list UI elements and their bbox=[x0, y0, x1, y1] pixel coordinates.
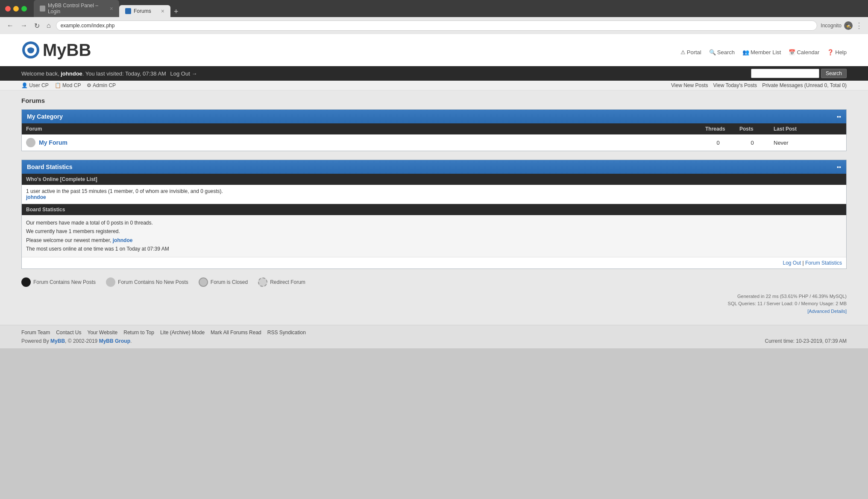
forum-table: Forum Threads Posts Last Post My Forum bbox=[22, 123, 846, 151]
welcome-bar: Welcome back, johndoe. You last visited:… bbox=[0, 66, 868, 81]
powered-by-group[interactable]: MyBB Group bbox=[99, 338, 130, 344]
powered-by-period: . bbox=[130, 338, 132, 344]
nav-help[interactable]: ❓ Help bbox=[827, 49, 847, 55]
home-button[interactable]: ⌂ bbox=[45, 21, 53, 30]
powered-by-pre: Powered By bbox=[21, 338, 50, 344]
powered-by-name[interactable]: MyBB bbox=[50, 338, 65, 344]
browser-tab-1[interactable]: MyBB Control Panel – Login × bbox=[34, 0, 119, 17]
my-category-header: My Category ▪▪ bbox=[22, 110, 846, 123]
minimize-window-button[interactable] bbox=[13, 6, 19, 12]
view-todays-posts-link[interactable]: View Today's Posts bbox=[713, 82, 757, 88]
incognito-area: Incognito 🕵 ⋮ bbox=[821, 21, 863, 30]
browser-window-controls bbox=[5, 6, 27, 12]
view-new-posts-link[interactable]: View New Posts bbox=[671, 82, 708, 88]
col-header-forum: Forum bbox=[22, 123, 701, 134]
tab-close-1[interactable]: × bbox=[110, 5, 113, 12]
maximize-window-button[interactable] bbox=[21, 6, 27, 12]
help-icon: ❓ bbox=[827, 49, 834, 55]
nav-search[interactable]: 🔍 Search bbox=[709, 49, 735, 55]
welcome-text: Welcome back, bbox=[21, 70, 61, 77]
forum-posts-cell: 0 bbox=[735, 134, 769, 151]
forum-link[interactable]: My Forum bbox=[39, 139, 67, 146]
tab-label-2: Forums bbox=[134, 8, 151, 14]
footer-your-website[interactable]: Your Website bbox=[88, 330, 118, 336]
site-header: MyBB ⚠ Portal 🔍 Search 👥 Member List 📅 C… bbox=[0, 34, 868, 66]
gen-info-line1: Generated in 22 ms (53.61% PHP / 46.39% … bbox=[21, 293, 847, 301]
user-cp-link[interactable]: 👤 User CP bbox=[21, 82, 49, 88]
newest-member-link[interactable]: johndoe bbox=[113, 237, 133, 243]
footer-forum-statistics-link[interactable]: Forum Statistics bbox=[805, 260, 842, 266]
tab-label-1: MyBB Control Panel – Login bbox=[48, 3, 107, 15]
logo-area: MyBB bbox=[21, 41, 91, 60]
user-cp-icon: 👤 bbox=[21, 82, 28, 88]
whos-online-header: Who's Online [Complete List] bbox=[22, 174, 846, 185]
whos-online-link[interactable]: Who's Online [Complete List] bbox=[26, 176, 97, 182]
footer-current-time: Current time: 10-23-2019, 07:39 AM bbox=[765, 338, 847, 344]
logout-link[interactable]: Log Out → bbox=[170, 70, 197, 77]
board-statistics-section: Board Statistics ▪▪ Who's Online [Comple… bbox=[21, 160, 847, 269]
browser-addressbar: ← → ↻ ⌂ Incognito 🕵 ⋮ bbox=[0, 17, 868, 34]
incognito-icon: 🕵 bbox=[844, 21, 853, 30]
whos-online-area: 1 user active in the past 15 minutes (1 … bbox=[22, 185, 846, 204]
browser-chrome: MyBB Control Panel – Login × Forums × + … bbox=[0, 0, 868, 34]
browser-titlebar: MyBB Control Panel – Login × Forums × + bbox=[0, 0, 868, 17]
close-window-button[interactable] bbox=[5, 6, 11, 12]
forum-table-header-row: Forum Threads Posts Last Post bbox=[22, 123, 846, 134]
footer-return-to-top[interactable]: Return to Top bbox=[123, 330, 154, 336]
sub-nav: 👤 User CP 📋 Mod CP ⚙ Admin CP View New P… bbox=[0, 81, 868, 90]
powered-by-post: , © 2002-2019 bbox=[65, 338, 99, 344]
forum-threads-cell: 0 bbox=[701, 134, 735, 151]
footer-powered-by: Powered By MyBB, © 2002-2019 MyBB Group. bbox=[21, 338, 132, 344]
forum-last-post-cell: Never bbox=[769, 134, 846, 151]
logo-icon bbox=[21, 41, 41, 60]
browser-tab-2[interactable]: Forums × bbox=[119, 5, 170, 17]
forward-button[interactable]: → bbox=[19, 21, 29, 30]
legend-closed: Forum is Closed bbox=[199, 277, 248, 287]
calendar-icon: 📅 bbox=[789, 49, 795, 55]
board-stats-sub-header: Board Statistics bbox=[22, 204, 846, 215]
footer-rss[interactable]: RSS Syndication bbox=[267, 330, 306, 336]
private-messages-link[interactable]: Private Messages (Unread 0, Total 0) bbox=[762, 82, 847, 88]
mod-cp-link[interactable]: 📋 Mod CP bbox=[55, 82, 81, 88]
stats-line-1: Our members have made a total of 0 posts… bbox=[26, 219, 842, 227]
forum-name-col: My Forum bbox=[26, 138, 697, 147]
my-category-section: My Category ▪▪ Forum Threads Posts Last … bbox=[21, 109, 847, 151]
board-statistics-collapse[interactable]: ▪▪ bbox=[837, 163, 841, 170]
col-header-posts: Posts bbox=[735, 123, 769, 134]
admin-cp-link[interactable]: ⚙ Admin CP bbox=[87, 82, 116, 88]
gen-info-line2: SQL Queries: 11 / Server Load: 0 / Memor… bbox=[21, 300, 847, 308]
nav-calendar[interactable]: 📅 Calendar bbox=[789, 49, 819, 55]
browser-menu-button[interactable]: ⋮ bbox=[855, 21, 863, 30]
footer-logout-link[interactable]: Log Out bbox=[783, 260, 801, 266]
whos-online-user[interactable]: johndoe bbox=[26, 194, 46, 200]
footer-mark-all-read[interactable]: Mark All Forums Read bbox=[211, 330, 261, 336]
footer-contact-us[interactable]: Contact Us bbox=[56, 330, 81, 336]
search-input[interactable] bbox=[751, 69, 819, 78]
back-button[interactable]: ← bbox=[5, 21, 15, 30]
nav-portal[interactable]: ⚠ Portal bbox=[680, 49, 701, 55]
reload-button[interactable]: ↻ bbox=[32, 21, 41, 31]
stats-line-3: Please welcome our newest member, johndo… bbox=[26, 236, 842, 245]
search-button[interactable]: Search bbox=[821, 69, 847, 78]
footer-lite-mode[interactable]: Lite (Archive) Mode bbox=[160, 330, 205, 336]
my-category-collapse[interactable]: ▪▪ bbox=[837, 113, 841, 120]
board-stats-area: Our members have made a total of 0 posts… bbox=[22, 215, 846, 257]
legend-closed-icon bbox=[199, 277, 208, 287]
new-tab-button[interactable]: + bbox=[170, 6, 182, 17]
current-time-label: Current time: bbox=[765, 338, 795, 344]
footer-forum-team[interactable]: Forum Team bbox=[21, 330, 50, 336]
current-time-value: 10-23-2019, 07:39 AM bbox=[796, 338, 847, 344]
legend-new-posts-label: Forum Contains New Posts bbox=[33, 279, 96, 285]
legend-closed-label: Forum is Closed bbox=[211, 279, 248, 285]
legend-redirect-icon bbox=[258, 277, 267, 287]
header-right: ⚠ Portal 🔍 Search 👥 Member List 📅 Calend… bbox=[680, 45, 847, 55]
tab-close-2[interactable]: × bbox=[161, 8, 164, 15]
nav-member-list[interactable]: 👥 Member List bbox=[742, 49, 781, 55]
mod-cp-icon: 📋 bbox=[55, 82, 61, 88]
legend-no-new-posts-label: Forum Contains No New Posts bbox=[118, 279, 188, 285]
address-bar[interactable] bbox=[56, 20, 818, 31]
browser-tabs: MyBB Control Panel – Login × Forums × + bbox=[34, 0, 863, 17]
my-category-title: My Category bbox=[27, 113, 63, 120]
advanced-details-link[interactable]: [Advanced Details] bbox=[807, 309, 847, 314]
incognito-label: Incognito bbox=[821, 23, 842, 29]
